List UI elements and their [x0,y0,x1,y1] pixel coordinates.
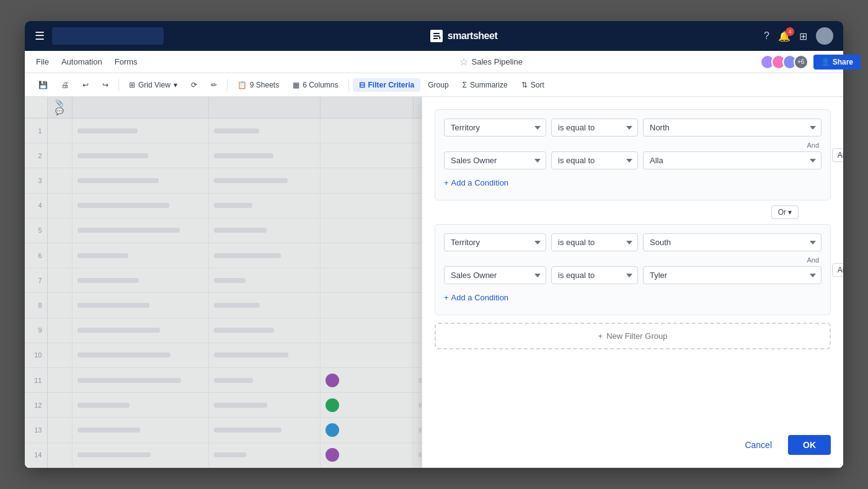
app-title-area: smartsheet [164,30,764,42]
and-row-2: And [444,256,822,264]
notification-icon[interactable]: 🔔 4 [778,30,790,42]
main-content: 📎 💬 1234567891011121314 [25,97,843,468]
page-title-area: ☆ Sales Pipeline [144,56,838,68]
file-menu-item-forms[interactable]: Forms [108,50,144,74]
separator-3 [348,79,349,91]
filter-groups: Territory is equal to North [435,109,831,315]
share-area: +6 👤 Share [760,55,843,70]
save-icon: 💾 [38,81,48,89]
filter-dialog-overlay: Territory is equal to North [25,97,843,468]
summarize-btn[interactable]: Σ Summarize [456,78,514,92]
sheets-btn[interactable]: 📋 9 Sheets [231,78,285,92]
undo-btn[interactable]: ↩ [76,78,95,92]
plus-icon-new: + [598,331,603,341]
star-icon[interactable]: ☆ [459,56,468,68]
ok-button[interactable]: OK [788,435,831,455]
plus-icon-1: + [444,178,449,187]
filter-val-select-1-2[interactable]: Alla [643,151,822,169]
refresh-btn[interactable]: ⟳ [185,78,203,92]
app-name: smartsheet [448,30,497,42]
apps-grid-icon[interactable]: ⊞ [799,30,807,42]
hamburger-icon[interactable]: ☰ [35,29,45,43]
nav-search-box[interactable] [52,27,164,45]
chevron-down-icon: ▾ [174,81,177,89]
file-menu-bar: File Automation Forms ☆ Sales Pipeline +… [25,51,843,73]
filter-row-1-1: Territory is equal to North [444,119,822,137]
and-connector-label-2: And [807,256,822,264]
action-bar: 💾 🖨 ↩ ↪ ⊞ Grid View ▾ ⟳ ✏ 📋 9 Sheets ▦ 6… [25,73,843,97]
filter-op-select-2-2[interactable]: is equal to [551,266,638,284]
separator-1 [118,79,119,91]
filter-field-select-1-2[interactable]: Sales Owner [444,151,546,169]
filter-val-select-2-2[interactable]: Tyler [643,266,822,284]
filter-field-select-2-1[interactable]: Territory [444,233,546,251]
group-and-connector[interactable]: And ▾ [832,148,843,162]
edit-btn[interactable]: ✏ [205,78,223,92]
sort-icon: ⇅ [521,81,528,89]
add-condition-btn-1[interactable]: + Add a Condition [444,174,508,191]
top-navigation: ☰ smartsheet ? 🔔 4 ⊞ [25,21,843,51]
filter-criteria-btn[interactable]: ⊟ Filter Criteria [353,78,421,92]
grid-view-btn[interactable]: ⊞ Grid View ▾ [123,78,184,92]
filter-op-select-1-1[interactable]: is equal to [551,119,638,137]
filter-group-1: Territory is equal to North [435,109,831,200]
file-menu-item-automation[interactable]: Automation [55,50,108,74]
filter-field-select-1-1[interactable]: Territory [444,119,546,137]
columns-btn[interactable]: ▦ 6 Columns [286,78,344,92]
filter-row-2-2: Sales Owner is equal to Tyler [444,266,822,284]
help-icon[interactable]: ? [764,30,769,42]
redo-btn[interactable]: ↪ [96,78,115,92]
group-and-connector-2[interactable]: And ▾ [832,263,843,277]
or-connector-btn[interactable]: Or ▾ [771,205,799,219]
dialog-footer: Cancel OK [435,430,831,455]
share-icon: 👤 [821,58,830,66]
separator-2 [227,79,228,91]
sheets-icon: 📋 [237,81,247,89]
filter-val-select-2-1[interactable]: South [643,233,822,251]
filter-group-1-box: Territory is equal to North [435,109,831,200]
filter-op-select-2-1[interactable]: is equal to [551,233,638,251]
smartsheet-logo [430,30,443,42]
share-button[interactable]: 👤 Share [813,55,843,70]
collaborator-avatars: +6 [760,55,808,70]
filter-val-select-1-1[interactable]: North [643,119,822,137]
print-btn[interactable]: 🖨 [55,78,75,92]
cancel-button[interactable]: Cancel [735,435,782,455]
save-icon-btn[interactable]: 💾 [32,78,54,92]
file-menu-item-file[interactable]: File [30,50,55,74]
filter-row-2-1: Territory is equal to South [444,233,822,251]
filter-group-2: Territory is equal to South [435,224,831,315]
and-row-1: And [444,141,822,149]
sigma-icon: Σ [463,81,467,89]
filter-group-2-box: Territory is equal to South [435,224,831,315]
user-avatar[interactable] [816,27,833,45]
collaborator-count: +6 [794,55,808,70]
filter-field-select-2-2[interactable]: Sales Owner [444,266,546,284]
print-icon: 🖨 [61,81,69,89]
filter-icon: ⊟ [359,81,365,89]
notification-badge: 4 [786,27,794,36]
columns-icon: ▦ [293,81,299,89]
filter-op-select-1-2[interactable]: is equal to [551,151,638,169]
sort-btn[interactable]: ⇅ Sort [515,78,551,92]
and-connector-label-1: And [807,141,822,149]
filter-panel: Territory is equal to North [422,97,843,468]
plus-icon-2: + [444,293,449,302]
nav-right-actions: ? 🔔 4 ⊞ [764,27,833,45]
or-connector-area: Or ▾ [435,205,831,219]
chevron-or-icon: ▾ [788,208,792,217]
group-btn[interactable]: Group [422,78,454,92]
new-filter-group-btn[interactable]: + New Filter Group [435,323,831,349]
filter-row-1-2: Sales Owner is equal to Alla [444,151,822,169]
page-title: Sales Pipeline [472,57,523,66]
grid-view-icon: ⊞ [129,81,135,89]
add-condition-btn-2[interactable]: + Add a Condition [444,289,508,306]
